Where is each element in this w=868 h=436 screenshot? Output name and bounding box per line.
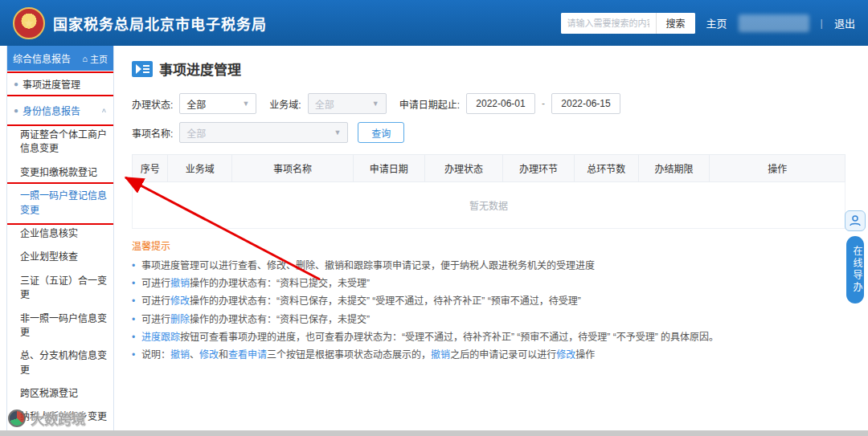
notice-line: 可进行删除操作的办理状态有：“资料已保存，未提交” (132, 311, 845, 328)
sidebar-subitem-0[interactable]: 两证整合个体工商户信息变更 (7, 124, 113, 161)
sidebar-subitem-2[interactable]: 一照一码户登记信息变更 (7, 185, 113, 222)
bullet-icon: ● (14, 79, 18, 88)
domain-select[interactable]: 全部 ▼ (308, 93, 387, 114)
sidebar-home-link[interactable]: ⌂ 主页 (82, 52, 108, 65)
header-search-input[interactable] (561, 13, 656, 34)
notice-line: 事项进度管理可以进行查看、修改、删除、撤销和跟踪事项申请记录，便于纳税人跟进税务… (132, 257, 845, 275)
sidebar-subitem-7[interactable]: 总、分支机构信息变更 (7, 344, 113, 382)
online-guide-button[interactable]: 在线导办 (846, 236, 864, 304)
page: ★ 国家税务总局北京市电子税务局 搜索 主页 | 退出 综合信息报告 ⌂ 主页 (0, 0, 868, 436)
sidebar-item-progress-management[interactable]: ● 事项进度管理 (7, 71, 113, 97)
sidebar-subitem-1[interactable]: 变更扣缴税款登记 (7, 161, 113, 185)
notice-text: 事项进度管理可以进行查看、修改、删除、撤销和跟踪事项申请记录，便于纳税人跟进税务… (141, 260, 595, 271)
notice-text: 可进行 (141, 314, 170, 325)
national-emblem-logo: ★ (13, 7, 45, 39)
notice-text: 操作的办理状态有：“资料已保存，未提交” (190, 314, 370, 325)
online-help-widget: 在线导办 (845, 210, 866, 304)
notice-text: 可进行 (141, 295, 170, 307)
table-header-cell: 序号 (133, 155, 168, 182)
table-header-cell: 总环节数 (574, 155, 638, 182)
page-title: 事项进度管理 (132, 59, 845, 79)
sidebar: 综合信息报告 ⌂ 主页 ● 事项进度管理 ● 身份信息报告 ∧ 两证整合个体工商… (6, 46, 114, 436)
status-select[interactable]: 全部 ▼ (179, 93, 256, 114)
progress-table: 序号业务域事项名称申请日期办理状态办理环节总环节数办结期限操作 暂无数据 (132, 154, 845, 229)
sidebar-section-identity-report[interactable]: ● 身份信息报告 ∧ (7, 97, 113, 124)
sidebar-subitem-6[interactable]: 非一照一码户信息变更 (7, 308, 113, 345)
notice-link[interactable]: 修改 (170, 295, 190, 307)
date-range-label: 申请日期起止: (399, 97, 460, 111)
date-to-input[interactable] (551, 93, 620, 114)
chevron-down-icon: ▼ (372, 100, 379, 108)
notice-link[interactable]: 撤销 (431, 349, 450, 361)
header-divider: | (821, 17, 823, 29)
table-header-row: 序号业务域事项名称申请日期办理状态办理环节总环节数办结期限操作 (133, 155, 845, 182)
watermark: 大数跨境 (8, 408, 85, 428)
notice-link[interactable]: 撤销 (170, 349, 190, 361)
notice-text: 可进行 (141, 278, 170, 289)
sidebar-subitem-5[interactable]: 三证（五证）合一变更 (7, 270, 113, 308)
notice-text: 、 (190, 349, 199, 361)
notice-link[interactable]: 修改 (556, 349, 575, 361)
sidebar-identity-children: 两证整合个体工商户信息变更变更扣缴税款登记一照一码户登记信息变更企业信息核实企业… (7, 124, 113, 436)
filter-row-2: 事项名称: 全部 ▼ 查询 (132, 122, 845, 143)
page-title-icon (132, 61, 153, 77)
table-empty-row: 暂无数据 (133, 182, 845, 229)
notice-link[interactable]: 修改 (199, 349, 219, 361)
notice-link[interactable]: 进度跟踪 (141, 332, 180, 343)
status-select-value: 全部 (186, 97, 206, 111)
date-from-input[interactable] (466, 93, 535, 114)
bullet-icon: ● (14, 106, 18, 115)
notice-line: 可进行修改操作的办理状态有：“资料已保存，未提交” “受理不通过，待补齐补正” … (132, 292, 845, 310)
site-title: 国家税务总局北京市电子税务局 (53, 13, 267, 34)
table-header-cell: 申请日期 (353, 155, 424, 182)
sidebar-subitem-8[interactable]: 跨区税源登记 (7, 382, 113, 405)
sidebar-header-label: 综合信息报告 (13, 51, 71, 65)
notice-text: 操作 (575, 349, 595, 361)
header-search-button[interactable]: 搜索 (656, 13, 695, 34)
notice-link[interactable]: 撤销 (170, 278, 190, 289)
bottom-edge (0, 430, 868, 436)
header-right: 搜索 主页 | 退出 (561, 13, 855, 34)
table-header-cell: 业务域 (168, 155, 232, 182)
sidebar-subitem-4[interactable]: 企业划型核查 (7, 246, 113, 269)
notice-section: 温馨提示 事项进度管理可以进行查看、修改、删除、撤销和跟踪事项申请记录，便于纳税… (132, 238, 845, 364)
watermark-text: 大数跨境 (31, 408, 85, 428)
sidebar-header-comprehensive-report[interactable]: 综合信息报告 ⌂ 主页 (7, 46, 113, 71)
table-empty-text: 暂无数据 (133, 182, 845, 229)
table-header-cell: 操作 (710, 155, 845, 182)
notice-text: 按钮可查看事项办理的进度，也可查看办理状态为：“受理不通过，待补齐补正” “预审… (180, 332, 719, 343)
domain-label: 业务域: (269, 97, 301, 111)
table-header-cell: 事项名称 (232, 155, 354, 182)
item-name-select-value: 全部 (186, 126, 206, 140)
status-label: 办理状态: (132, 97, 173, 111)
brand: ★ 国家税务总局北京市电子税务局 (13, 7, 267, 39)
filter-row-1: 办理状态: 全部 ▼ 业务域: 全部 ▼ 申请日期起止: - (132, 93, 845, 114)
notice-link[interactable]: 查看申请 (228, 349, 267, 361)
query-button[interactable]: 查询 (358, 122, 404, 143)
home-icon: ⌂ (82, 54, 88, 63)
notice-list: 事项进度管理可以进行查看、修改、删除、撤销和跟踪事项申请记录，便于纳税人跟进税务… (132, 257, 845, 364)
notice-link[interactable]: 删除 (170, 314, 190, 325)
date-separator: - (542, 98, 545, 109)
chevron-down-icon: ▼ (242, 100, 249, 108)
sidebar-home-label: 主页 (90, 52, 108, 65)
home-link[interactable]: 主页 (706, 15, 727, 31)
sidebar-subitem-3[interactable]: 企业信息核实 (7, 222, 113, 246)
table-header-cell: 办理状态 (424, 155, 503, 182)
watermark-logo-icon (8, 410, 26, 427)
header-search: 搜索 (561, 13, 695, 34)
person-icon[interactable] (845, 210, 866, 231)
sidebar-section-label: 身份信息报告 (23, 104, 80, 117)
notice-text: 操作的办理状态有：“资料已保存，未提交” “受理不通过，待补齐补正” “预审不通… (190, 295, 581, 307)
page-title-text: 事项进度管理 (159, 59, 241, 79)
logout-link[interactable]: 退出 (834, 15, 855, 31)
notice-text: 之后的申请记录可以进行 (450, 349, 556, 361)
top-header: ★ 国家税务总局北京市电子税务局 搜索 主页 | 退出 (0, 0, 868, 46)
body-row: 综合信息报告 ⌂ 主页 ● 事项进度管理 ● 身份信息报告 ∧ 两证整合个体工商… (0, 46, 868, 436)
username-blurred (739, 14, 809, 32)
domain-select-value: 全部 (315, 97, 334, 111)
item-name-select[interactable]: 全部 ▼ (179, 122, 348, 143)
notice-text: 和 (219, 349, 228, 361)
main-content: 事项进度管理 办理状态: 全部 ▼ 业务域: 全部 ▼ 申请日期起止: - (114, 46, 868, 436)
chevron-up-icon: ∧ (101, 107, 107, 114)
